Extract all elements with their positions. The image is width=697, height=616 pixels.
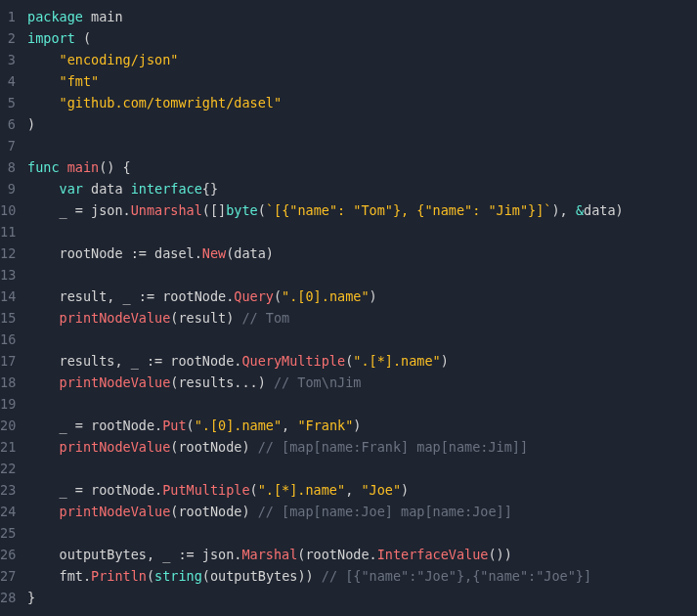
code-line[interactable]: 3 "encoding/json" — [0, 49, 697, 70]
line-number: 12 — [0, 242, 27, 264]
code-content[interactable] — [27, 135, 697, 156]
code-content[interactable]: "fmt" — [27, 70, 697, 92]
code-content[interactable]: printNodeValue(result) // Tom — [27, 307, 697, 329]
line-number: 6 — [0, 113, 27, 135]
code-content[interactable]: import ( — [27, 27, 697, 49]
code-line[interactable]: 12 rootNode := dasel.New(data) — [0, 242, 697, 264]
code-line[interactable]: 17 results, _ := rootNode.QueryMultiple(… — [0, 350, 697, 372]
code-line[interactable]: 6) — [0, 113, 697, 135]
code-content[interactable]: results, _ := rootNode.QueryMultiple(".[… — [27, 350, 697, 372]
code-line[interactable]: 28} — [0, 587, 697, 608]
code-line[interactable]: 4 "fmt" — [0, 70, 697, 92]
code-content[interactable]: printNodeValue(rootNode) // [map[name:Jo… — [27, 501, 697, 522]
line-number: 2 — [0, 27, 27, 49]
code-content[interactable] — [27, 393, 697, 415]
line-number: 10 — [0, 199, 27, 221]
line-number: 19 — [0, 393, 27, 415]
code-line[interactable]: 27 fmt.Println(string(outputBytes)) // [… — [0, 565, 697, 587]
code-content[interactable]: _ = json.Unmarshal([]byte(`[{"name": "To… — [27, 199, 697, 221]
code-content[interactable]: result, _ := rootNode.Query(".[0].name") — [27, 286, 697, 307]
code-line[interactable]: 21 printNodeValue(rootNode) // [map[name… — [0, 436, 697, 458]
code-line[interactable]: 9 var data interface{} — [0, 178, 697, 199]
code-line[interactable]: 16 — [0, 329, 697, 350]
line-number: 17 — [0, 350, 27, 372]
line-number: 26 — [0, 544, 27, 565]
code-line[interactable]: 8func main() { — [0, 156, 697, 178]
code-content[interactable] — [27, 522, 697, 544]
code-line[interactable]: 19 — [0, 393, 697, 415]
line-number: 28 — [0, 587, 27, 608]
line-number: 3 — [0, 49, 27, 70]
code-line[interactable]: 18 printNodeValue(results...) // Tom\nJi… — [0, 372, 697, 393]
line-number: 24 — [0, 501, 27, 522]
line-number: 15 — [0, 307, 27, 329]
code-line[interactable]: 5 "github.com/tomwright/dasel" — [0, 92, 697, 113]
line-number: 20 — [0, 415, 27, 436]
code-line[interactable]: 15 printNodeValue(result) // Tom — [0, 307, 697, 329]
code-content[interactable]: fmt.Println(string(outputBytes)) // [{"n… — [27, 565, 697, 587]
code-content[interactable]: ) — [27, 113, 697, 135]
line-number: 1 — [0, 6, 27, 27]
code-line[interactable]: 24 printNodeValue(rootNode) // [map[name… — [0, 501, 697, 522]
line-number: 8 — [0, 156, 27, 178]
line-number: 11 — [0, 221, 27, 242]
code-line[interactable]: 1package main — [0, 6, 697, 27]
code-line[interactable]: 22 — [0, 458, 697, 479]
code-line[interactable]: 25 — [0, 522, 697, 544]
code-content[interactable] — [27, 458, 697, 479]
code-content[interactable] — [27, 264, 697, 286]
code-line[interactable]: 14 result, _ := rootNode.Query(".[0].nam… — [0, 286, 697, 307]
line-number: 4 — [0, 70, 27, 92]
code-content[interactable]: outputBytes, _ := json.Marshal(rootNode.… — [27, 544, 697, 565]
line-number: 14 — [0, 286, 27, 307]
code-line[interactable]: 7 — [0, 135, 697, 156]
line-number: 25 — [0, 522, 27, 544]
line-number: 18 — [0, 372, 27, 393]
code-content[interactable]: package main — [27, 6, 697, 27]
code-content[interactable]: } — [27, 587, 697, 608]
line-number: 5 — [0, 92, 27, 113]
code-line[interactable]: 26 outputBytes, _ := json.Marshal(rootNo… — [0, 544, 697, 565]
code-content[interactable]: _ = rootNode.Put(".[0].name", "Frank") — [27, 415, 697, 436]
code-editor[interactable]: 1package main2import (3 "encoding/json"4… — [0, 6, 697, 608]
line-number: 16 — [0, 329, 27, 350]
line-number: 27 — [0, 565, 27, 587]
line-number: 23 — [0, 479, 27, 501]
code-line[interactable]: 2import ( — [0, 27, 697, 49]
code-line[interactable]: 11 — [0, 221, 697, 242]
code-content[interactable]: "encoding/json" — [27, 49, 697, 70]
line-number: 13 — [0, 264, 27, 286]
code-line[interactable]: 23 _ = rootNode.PutMultiple(".[*].name",… — [0, 479, 697, 501]
line-number: 22 — [0, 458, 27, 479]
code-content[interactable]: rootNode := dasel.New(data) — [27, 242, 697, 264]
code-content[interactable] — [27, 221, 697, 242]
code-line[interactable]: 13 — [0, 264, 697, 286]
code-content[interactable]: _ = rootNode.PutMultiple(".[*].name", "J… — [27, 479, 697, 501]
code-content[interactable]: func main() { — [27, 156, 697, 178]
line-number: 9 — [0, 178, 27, 199]
line-number: 21 — [0, 436, 27, 458]
code-content[interactable]: "github.com/tomwright/dasel" — [27, 92, 697, 113]
line-number: 7 — [0, 135, 27, 156]
code-line[interactable]: 20 _ = rootNode.Put(".[0].name", "Frank"… — [0, 415, 697, 436]
code-line[interactable]: 10 _ = json.Unmarshal([]byte(`[{"name": … — [0, 199, 697, 221]
code-content[interactable]: printNodeValue(results...) // Tom\nJim — [27, 372, 697, 393]
code-content[interactable] — [27, 329, 697, 350]
code-content[interactable]: var data interface{} — [27, 178, 697, 199]
code-content[interactable]: printNodeValue(rootNode) // [map[name:Fr… — [27, 436, 697, 458]
